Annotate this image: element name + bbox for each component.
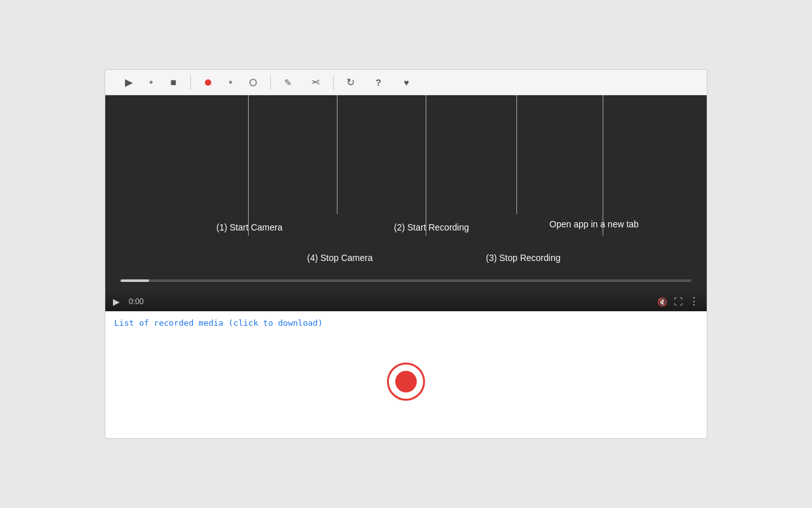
fullscreen-button[interactable]: ⛶ (674, 297, 683, 307)
progress-bar-wrapper (105, 279, 707, 286)
heart-icon (403, 77, 409, 88)
favorite-button[interactable] (399, 75, 414, 90)
progress-bar[interactable] (121, 279, 691, 282)
scissors-button[interactable]: ✂ (308, 75, 324, 90)
label-stop-camera: (4) Stop Camera (307, 253, 372, 263)
time-display: 0:00 (129, 297, 143, 306)
more-options-button[interactable]: ⋮ (689, 295, 699, 307)
media-list-section: List of recorded media (click to downloa… (105, 311, 707, 438)
play-button[interactable]: ▶ (121, 75, 136, 90)
label-start-camera: (1) Start Camera (216, 222, 282, 232)
line-start-recording (426, 95, 426, 236)
annotations-overlay: (1) Start Camera (2) Start Recording Ope… (105, 95, 707, 311)
line-start-camera (248, 95, 249, 236)
toolbar-group-2: • (191, 75, 270, 90)
record-button[interactable] (200, 75, 216, 90)
dot-2: • (228, 77, 232, 88)
progress-fill (121, 279, 149, 282)
mute-button[interactable] (657, 297, 667, 307)
more-icon: ⋮ (689, 295, 699, 307)
record-circle (387, 363, 425, 401)
fullscreen-icon: ⛶ (674, 297, 683, 307)
mute-icon (657, 297, 667, 307)
toolbar-group-1: ▶ • ■ (112, 75, 190, 90)
line-stop-recording (516, 95, 517, 214)
label-start-recording: (2) Start Recording (394, 222, 469, 232)
video-controls-bar: ▶ 0:00 ⛶ ⋮ (105, 290, 707, 311)
recording-indicator (114, 334, 698, 429)
toolbar: ▶ • ■ • ✂ (105, 70, 707, 95)
right-controls: ⛶ ⋮ (657, 295, 699, 307)
record-inner-dot (395, 371, 417, 392)
toolbar-group-3: ✂ (271, 75, 333, 90)
media-list-header[interactable]: List of recorded media (click to downloa… (114, 318, 698, 328)
help-icon (376, 77, 381, 88)
help-button[interactable] (371, 75, 386, 90)
edit-icon (284, 77, 292, 88)
label-stop-recording: (3) Stop Recording (486, 253, 561, 263)
dot-1: • (149, 77, 153, 88)
circle-icon (249, 79, 257, 86)
refresh-icon (346, 76, 355, 88)
line-open-new-tab (603, 95, 603, 236)
record-dot-icon (205, 79, 211, 86)
refresh-button[interactable] (343, 75, 358, 90)
app-container: ▶ • ■ • ✂ (105, 69, 707, 439)
video-play-button[interactable]: ▶ (113, 297, 120, 307)
circle-button[interactable] (246, 75, 261, 90)
label-open-new-tab: Open app in a new tab (549, 219, 639, 229)
edit-button[interactable] (280, 75, 296, 90)
video-area: (1) Start Camera (2) Start Recording Ope… (105, 95, 707, 311)
toolbar-group-4 (334, 75, 424, 90)
line-stop-camera (337, 95, 337, 214)
scissors-icon: ✂ (311, 76, 320, 88)
stop-button[interactable]: ■ (166, 75, 181, 90)
